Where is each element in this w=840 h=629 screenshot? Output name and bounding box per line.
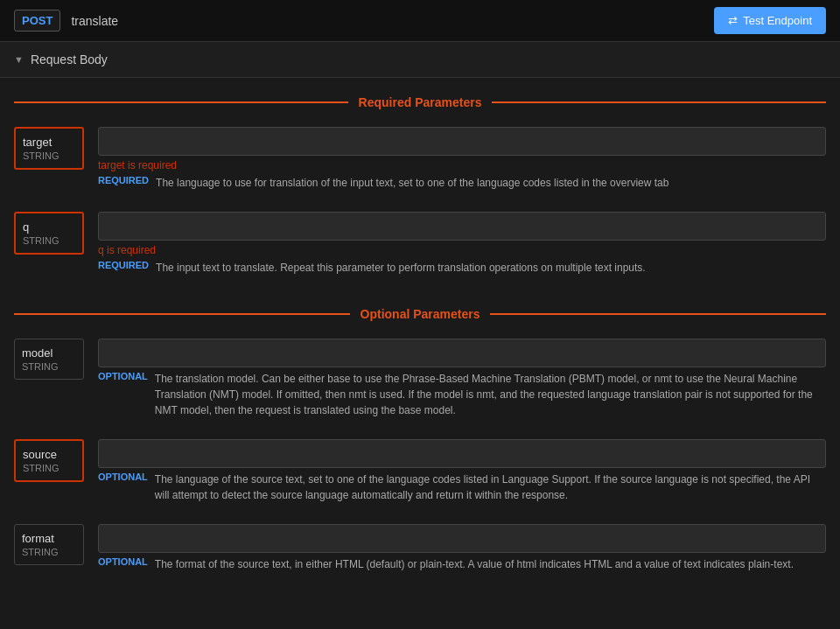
param-label-target: target STRING: [14, 127, 84, 170]
q-required-badge: REQUIRED: [98, 260, 149, 270]
param-input-area-format: OPTIONAL The format of the source text, …: [98, 524, 826, 572]
source-description: The language of the source text, set to …: [155, 472, 826, 503]
target-input[interactable]: [98, 127, 826, 156]
model-optional-badge: OPTIONAL: [98, 371, 148, 381]
request-body-title: Request Body: [31, 52, 108, 66]
q-input[interactable]: [98, 212, 826, 241]
param-row-target: target STRING target is required REQUIRE…: [0, 120, 840, 198]
test-endpoint-button[interactable]: ⇄ Test Endpoint: [714, 7, 826, 34]
endpoint-name: translate: [71, 14, 118, 28]
main-content: Required Parameters target STRING target…: [0, 78, 840, 626]
format-description: The format of the source text, in either…: [155, 556, 794, 572]
param-name-format: format: [22, 532, 76, 545]
method-label: POST: [22, 14, 52, 27]
param-input-area-source: OPTIONAL The language of the source text…: [98, 439, 826, 503]
param-label-model: model STRING: [14, 339, 84, 380]
target-required-badge: REQUIRED: [98, 175, 149, 185]
param-type-q: STRING: [23, 235, 75, 246]
target-description: The language to use for translation of t…: [156, 175, 668, 191]
format-optional-badge: OPTIONAL: [98, 556, 148, 567]
required-params-line-right: [492, 101, 826, 103]
param-row-format: format STRING OPTIONAL The format of the…: [0, 517, 840, 579]
source-input[interactable]: [98, 439, 826, 468]
method-endpoint: POST translate: [14, 10, 118, 31]
param-row-model: model STRING OPTIONAL The translation mo…: [0, 332, 840, 425]
param-row-q: q STRING q is required REQUIRED The inpu…: [0, 205, 840, 283]
method-badge: POST: [14, 10, 60, 31]
q-description: The input text to translate. Repeat this…: [156, 260, 646, 276]
optional-params-line-left: [14, 313, 350, 315]
optional-params-header: Optional Parameters: [0, 290, 840, 332]
param-input-area-target: target is required REQUIRED The language…: [98, 127, 826, 191]
source-desc-row: OPTIONAL The language of the source text…: [98, 472, 826, 503]
target-desc-row: REQUIRED The language to use for transla…: [98, 175, 826, 191]
param-name-q: q: [23, 220, 75, 234]
param-name-target: target: [23, 136, 75, 149]
q-desc-row: REQUIRED The input text to translate. Re…: [98, 260, 826, 276]
param-name-source: source: [23, 448, 75, 461]
param-input-area-model: OPTIONAL The translation model. Can be e…: [98, 339, 826, 418]
test-endpoint-label: Test Endpoint: [743, 14, 812, 27]
required-params-line-left: [14, 101, 348, 103]
chevron-down-icon: ▼: [14, 54, 24, 65]
param-type-target: STRING: [23, 150, 75, 161]
test-endpoint-icon: ⇄: [728, 14, 738, 27]
param-label-q: q STRING: [14, 212, 84, 255]
param-type-model: STRING: [22, 361, 76, 372]
q-error: q is required: [98, 244, 826, 256]
page-header: POST translate ⇄ Test Endpoint: [0, 0, 840, 42]
model-desc-row: OPTIONAL The translation model. Can be e…: [98, 371, 826, 418]
param-type-format: STRING: [22, 547, 76, 557]
model-description: The translation model. Can be either bas…: [155, 371, 826, 418]
required-params-title: Required Parameters: [359, 95, 482, 109]
param-label-format: format STRING: [14, 524, 84, 565]
param-row-source: source STRING OPTIONAL The language of t…: [0, 432, 840, 510]
required-params-header: Required Parameters: [0, 78, 840, 120]
source-optional-badge: OPTIONAL: [98, 472, 148, 482]
param-type-source: STRING: [23, 463, 75, 473]
format-input[interactable]: [98, 524, 826, 553]
optional-params-line-right: [490, 313, 826, 315]
format-desc-row: OPTIONAL The format of the source text, …: [98, 556, 826, 572]
optional-params-title: Optional Parameters: [360, 307, 480, 321]
param-name-model: model: [22, 346, 76, 360]
model-input[interactable]: [98, 339, 826, 367]
target-error: target is required: [98, 159, 826, 171]
request-body-section[interactable]: ▼ Request Body: [0, 42, 840, 78]
param-input-area-q: q is required REQUIRED The input text to…: [98, 212, 826, 276]
param-label-source: source STRING: [14, 439, 84, 482]
